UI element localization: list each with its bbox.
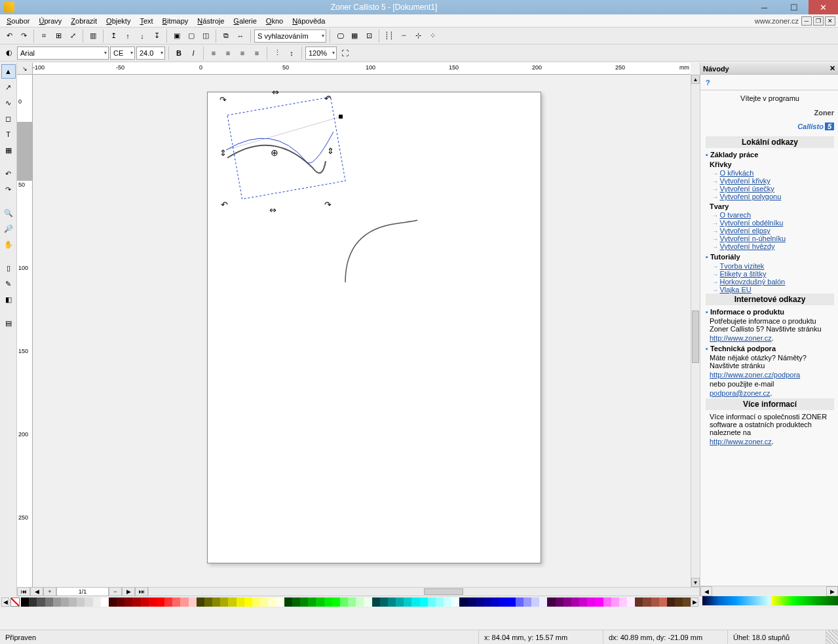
color-swatch[interactable] <box>587 597 595 607</box>
vertical-ruler[interactable]: 050100150200250300 <box>17 75 33 587</box>
color-swatch[interactable] <box>340 597 348 607</box>
rotate-handle-icon[interactable]: ↷ <box>219 95 227 105</box>
color-swatch[interactable] <box>611 597 619 607</box>
color-swatch[interactable] <box>420 597 428 607</box>
rotate-handle-icon[interactable]: ↷ <box>324 200 332 210</box>
color-swatch[interactable] <box>316 597 324 607</box>
menu-objekty[interactable]: Objekty <box>102 16 134 26</box>
color-swatch[interactable] <box>276 597 284 607</box>
mdi-restore-button[interactable]: ❐ <box>813 16 824 26</box>
color-swatch[interactable] <box>324 597 332 607</box>
color-swatch[interactable] <box>220 597 228 607</box>
guide-link[interactable]: Vytvoření elipsy <box>720 227 771 235</box>
color-swatch[interactable] <box>675 597 683 607</box>
homepage-link[interactable]: www.zoner.cz <box>755 17 799 25</box>
curve-tool-icon[interactable]: ∿ <box>1 96 16 110</box>
color-swatch[interactable] <box>404 597 411 607</box>
guide-link[interactable]: Vytvoření úsečky <box>720 185 774 193</box>
align-bottom-icon[interactable]: ↧ <box>150 29 163 43</box>
color-swatch[interactable] <box>491 597 499 607</box>
rotate-handle-icon[interactable]: ↶ <box>221 200 228 210</box>
menu-galerie[interactable]: Galerie <box>229 16 260 26</box>
color-swatch[interactable] <box>579 597 587 607</box>
skew-handle-icon[interactable]: ⇔ <box>269 205 276 215</box>
snap-points-icon[interactable]: ⁘ <box>426 29 439 43</box>
guide-link[interactable]: Vlajka EU <box>720 286 752 294</box>
fill-preview[interactable] <box>702 596 769 605</box>
pan-tool-icon[interactable]: ✋ <box>1 237 16 252</box>
color-swatch[interactable] <box>364 597 371 607</box>
align-left-icon[interactable]: ≡ <box>207 47 220 60</box>
show-guides-icon[interactable]: ⊡ <box>362 29 375 43</box>
color-swatch[interactable] <box>380 597 388 607</box>
select-tool-icon[interactable]: ▲ <box>1 64 16 79</box>
font-color-icon[interactable]: ◐ <box>3 47 16 60</box>
ungroup-icon[interactable]: ▢ <box>185 29 198 43</box>
guide-link[interactable]: Vytvoření křivky <box>720 177 771 185</box>
monitor-icon[interactable]: 🖵 <box>333 29 347 43</box>
distribute-h-icon[interactable]: ┊┊ <box>383 29 396 43</box>
undo-icon[interactable]: ↶ <box>3 29 16 43</box>
menu-úpravy[interactable]: Úpravy <box>35 16 66 26</box>
page-tool-icon[interactable]: ▯ <box>1 261 16 275</box>
guide-link[interactable]: Vytvoření n-úhelníku <box>720 235 786 242</box>
layers-tool-icon[interactable]: ▤ <box>1 316 16 330</box>
duplicate-icon[interactable]: ⧉ <box>219 29 233 43</box>
color-swatch[interactable] <box>547 597 555 607</box>
undo-tool-icon[interactable]: ↶ <box>1 166 16 181</box>
color-swatch[interactable] <box>451 597 459 607</box>
color-swatch[interactable] <box>683 597 691 607</box>
company-link[interactable]: http://www.zoner.cz <box>710 438 772 445</box>
color-swatch[interactable] <box>284 597 292 607</box>
color-swatch[interactable] <box>571 597 579 607</box>
color-swatch[interactable] <box>643 597 651 607</box>
resize-grip-icon[interactable] <box>826 630 838 644</box>
color-swatch[interactable] <box>212 597 220 607</box>
pivot-center-icon[interactable]: ⊕ <box>271 147 278 158</box>
guide-link[interactable]: Vytvoření hvězdy <box>720 242 775 250</box>
guide-link[interactable]: Tvorba vizitek <box>720 262 765 270</box>
color-swatch[interactable] <box>141 597 149 607</box>
no-color-swatch[interactable] <box>10 597 20 607</box>
skew-handle-icon[interactable]: ⇕ <box>219 148 227 158</box>
maximize-button[interactable]: ☐ <box>779 0 809 14</box>
color-swatch[interactable] <box>476 597 484 607</box>
guide-link[interactable]: Vytvoření obdélníku <box>720 219 784 227</box>
menu-bitmapy[interactable]: Bitmapy <box>159 16 193 26</box>
zoom-in-tool-icon[interactable]: 🔍 <box>1 206 16 220</box>
add-page-button[interactable]: + <box>43 587 56 596</box>
color-swatch[interactable] <box>93 597 101 607</box>
distribute-v-icon[interactable]: ┈ <box>397 29 410 43</box>
color-swatch[interactable] <box>459 597 467 607</box>
menu-nástroje[interactable]: Nástroje <box>193 16 228 26</box>
color-swatch[interactable] <box>37 597 45 607</box>
send-back-icon[interactable]: ↓ <box>136 29 149 43</box>
color-swatch[interactable] <box>619 597 627 607</box>
color-swatch[interactable] <box>516 597 524 607</box>
color-swatch[interactable] <box>197 597 204 607</box>
color-swatch[interactable] <box>180 597 188 607</box>
color-swatch[interactable] <box>85 597 92 607</box>
text-tool-icon[interactable]: T <box>1 127 16 142</box>
color-swatch[interactable] <box>603 597 611 607</box>
bullets-icon[interactable]: ⋮ <box>271 47 284 60</box>
panel-hscroll[interactable]: ◀▶ <box>700 586 838 596</box>
redo-tool-icon[interactable]: ↷ <box>1 182 16 197</box>
color-swatch[interactable] <box>444 597 451 607</box>
align-center-icon[interactable]: ≡ <box>221 47 235 60</box>
align-top-icon[interactable]: ↥ <box>107 29 120 43</box>
fill-tool-icon[interactable]: ◧ <box>1 292 16 307</box>
guide-link[interactable]: O křivkách <box>720 169 754 177</box>
first-page-button[interactable]: ⏮ <box>17 587 30 596</box>
menu-soubor[interactable]: Soubor <box>3 16 33 26</box>
palette-next-button[interactable]: ▶ <box>691 597 698 607</box>
grid-icon[interactable]: ⊞ <box>52 29 65 43</box>
mdi-minimize-button[interactable]: ─ <box>801 16 812 26</box>
color-swatch[interactable] <box>21 597 29 607</box>
color-swatch[interactable] <box>667 597 675 607</box>
horizontal-scrollbar[interactable] <box>148 587 700 596</box>
zoom-combo[interactable]: 120% <box>305 47 337 60</box>
color-swatch[interactable] <box>189 597 197 607</box>
page-number[interactable]: 1/1 <box>56 587 109 596</box>
resize-icon[interactable]: ↔ <box>234 29 247 43</box>
